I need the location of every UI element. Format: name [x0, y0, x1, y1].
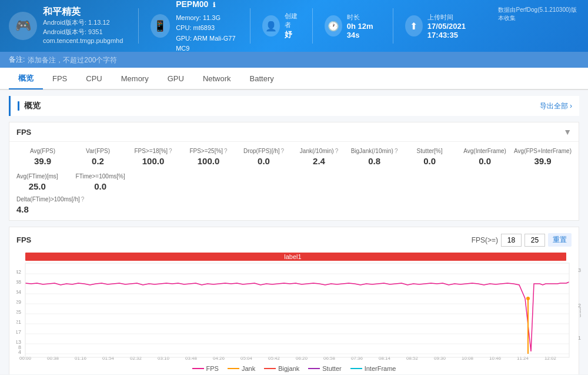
- fps-gte-label: FPS(>=): [472, 236, 498, 244]
- device-gpu: GPU: ARM Mali-G77 MC9: [176, 34, 238, 54]
- chart-legend: FPS Jank Bigjank Stutter InterFrame: [16, 362, 572, 372]
- android-version: Android版本号: 1.13.12: [43, 18, 123, 27]
- android-build: Android版本号: 9351: [43, 28, 123, 36]
- fps-threshold-2[interactable]: [524, 234, 545, 247]
- upload-section: ⬆ 上传时间 17/05/2021 17:43:35: [405, 13, 487, 39]
- legend-jank: Jank: [228, 365, 255, 372]
- legend-fps: FPS: [192, 365, 219, 372]
- svg-text:00:38: 00:38: [47, 356, 59, 360]
- svg-text:1: 1: [578, 335, 581, 341]
- stat-jank: Jank(/10min)? 2.4: [293, 148, 345, 166]
- tab-gpu[interactable]: GPU: [158, 69, 193, 89]
- stat-fps-gte-25: FPS>=25[%]? 100.0: [182, 148, 235, 166]
- upload-value: 17/05/2021 17:43:35: [427, 22, 487, 39]
- duration-icon: 🕐: [325, 15, 342, 36]
- stat-var-fps: Var(FPS) 0.2: [72, 148, 124, 166]
- info-icon-delta[interactable]: ?: [81, 196, 85, 203]
- tab-battery[interactable]: Battery: [240, 69, 283, 89]
- legend-interframe-dot: [350, 368, 362, 369]
- export-icon: ›: [570, 102, 572, 110]
- export-label: 导出全部: [540, 101, 568, 111]
- app-info: 🎮 和平精英 Android版本号: 1.13.12 Android版本号: 9…: [9, 6, 126, 45]
- svg-text:03:48: 03:48: [185, 356, 198, 360]
- svg-text:25: 25: [16, 309, 21, 315]
- svg-text:05:04: 05:04: [240, 356, 253, 360]
- svg-text:11:24: 11:24: [517, 356, 529, 360]
- header: 🎮 和平精英 Android版本号: 1.13.12 Android版本号: 9…: [0, 0, 588, 52]
- legend-bigjank-label: Bigjank: [278, 365, 299, 372]
- stat-avg-fps: Avg(FPS) 39.9: [16, 148, 69, 166]
- info-icon-3[interactable]: ?: [281, 148, 285, 154]
- tab-memory[interactable]: Memory: [112, 69, 158, 89]
- stat-fps-gte-18: FPS>=18[%]? 100.0: [127, 148, 179, 166]
- svg-text:3: 3: [578, 267, 581, 273]
- fps-stats-area: Avg(FPS) 39.9 Var(FPS) 0.2 FPS>=18[%]? 1…: [9, 142, 579, 220]
- legend-stutter-label: Stutter: [322, 365, 341, 372]
- svg-text:06:58: 06:58: [323, 356, 336, 360]
- creator-value: 妤: [285, 29, 300, 40]
- legend-stutter-dot: [308, 368, 320, 369]
- divider-1: [138, 8, 139, 44]
- overview-title: 概览: [24, 101, 41, 111]
- export-button[interactable]: 导出全部 ›: [540, 101, 572, 111]
- legend-jank-dot: [228, 368, 239, 369]
- creator-section: 👤 创建者 妤: [262, 12, 300, 40]
- device-name: PEPM00: [176, 0, 208, 9]
- fps-threshold-1[interactable]: [501, 234, 522, 247]
- info-icon-5[interactable]: ?: [395, 148, 398, 154]
- legend-bigjank-dot: [264, 368, 276, 369]
- svg-text:38: 38: [16, 279, 21, 285]
- overview-header: 概览 导出全部 ›: [9, 96, 579, 116]
- fps-controls: FPS(>=) 重置: [472, 233, 572, 247]
- tab-fps[interactable]: FPS: [43, 69, 76, 89]
- svg-text:03:10: 03:10: [158, 356, 170, 360]
- svg-text:06:20: 06:20: [296, 356, 308, 360]
- svg-text:01:54: 01:54: [102, 356, 115, 360]
- tabs-bar: 概览 FPS CPU Memory GPU Network Battery: [0, 68, 588, 90]
- stat-ftime-gte-100: FTime>=100ms[%] 0.0: [76, 173, 125, 191]
- legend-fps-label: FPS: [206, 365, 219, 372]
- legend-interframe: InterFrame: [350, 365, 396, 372]
- info-icon-1[interactable]: ?: [169, 148, 172, 154]
- notes-prefix: 备注:: [9, 55, 25, 65]
- stat-avg-fps-interframe: Avg(FPS+InterFrame) 39.9: [514, 148, 572, 166]
- info-icon-4[interactable]: ?: [335, 148, 339, 154]
- device-section: 📱 PEPM00 ℹ Memory: 11.3G CPU: mt6893 GPU…: [151, 0, 239, 54]
- svg-text:17: 17: [16, 329, 21, 335]
- reset-button[interactable]: 重置: [548, 233, 572, 247]
- device-memory: Memory: 11.3G: [176, 13, 238, 24]
- stat-avg-ftime: Avg(FTime)[ms] 25.0: [16, 173, 58, 191]
- svg-point-26: [526, 297, 530, 300]
- tab-cpu[interactable]: CPU: [76, 69, 111, 89]
- version-notice: 数据由PerfDog(5.1.210300)版本收集: [498, 6, 579, 22]
- fps-chart-svg: label1 42 38 34 29 25 21 17 13 8 4 3 2 1…: [16, 251, 581, 360]
- section-accent: [18, 101, 19, 111]
- creator-info: 创建者 妤: [285, 12, 300, 40]
- tab-overview[interactable]: 概览: [9, 68, 43, 89]
- chart-wrap: label1 42 38 34 29 25 21 17 13 8 4 3 2 1…: [16, 251, 572, 362]
- duration-section: 🕐 时长 0h 12m 34s: [325, 13, 381, 39]
- info-icon-2[interactable]: ?: [224, 148, 228, 154]
- legend-interframe-label: InterFrame: [365, 365, 396, 372]
- svg-text:42: 42: [16, 269, 21, 275]
- fps-collapse-button[interactable]: ▼: [563, 127, 572, 137]
- app-details: 和平精英 Android版本号: 1.13.12 Android版本号: 935…: [43, 6, 123, 45]
- svg-rect-47: [25, 263, 569, 357]
- svg-text:04:26: 04:26: [213, 356, 225, 360]
- package-name: com.tencent.tmgp.pubgmhd: [43, 36, 123, 45]
- app-icon: 🎮: [9, 12, 37, 40]
- svg-text:08:52: 08:52: [406, 356, 419, 360]
- fps-extra-stat: Delta(FTime)>100ms[/h]? 4.8: [16, 191, 572, 214]
- notes-input[interactable]: [28, 56, 579, 64]
- svg-text:21: 21: [16, 319, 21, 325]
- tab-network[interactable]: Network: [193, 69, 240, 89]
- fps-stats-row2: Avg(FTime)[ms] 25.0 FTime>=100ms[%] 0.0: [16, 171, 572, 191]
- svg-text:label1: label1: [284, 253, 301, 260]
- svg-text:12:02: 12:02: [544, 356, 557, 360]
- svg-text:07:36: 07:36: [351, 356, 363, 360]
- legend-jank-label: Jank: [242, 365, 255, 372]
- chart-title: FPS: [16, 235, 31, 244]
- stat-drop-fps: Drop(FPS)[/h]? 0.0: [238, 148, 290, 166]
- svg-text:08:14: 08:14: [379, 356, 391, 360]
- svg-text:09:30: 09:30: [434, 356, 446, 360]
